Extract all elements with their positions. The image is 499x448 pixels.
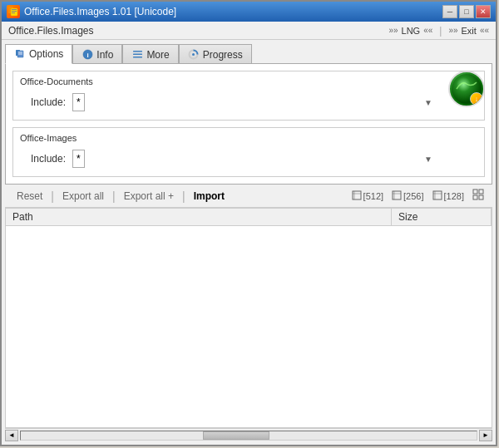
tab-info-label: Info (96, 49, 113, 61)
app-name-label: Office.Files.Images (8, 25, 93, 37)
documents-include-wrapper: * ▼ (72, 93, 434, 111)
svg-rect-12 (133, 54, 142, 56)
sep-1: | (49, 190, 56, 203)
size-128-label: [128] (444, 191, 464, 201)
images-include-wrapper: * ▼ (72, 150, 434, 168)
lng-link[interactable]: LNG (402, 26, 421, 36)
menu-right: »» LNG «« | »» Exit «« (388, 25, 489, 37)
documents-select-arrow: ▼ (424, 98, 432, 107)
reset-button[interactable]: Reset (10, 189, 49, 204)
horizontal-scrollbar: ◄ ► (5, 428, 492, 441)
tab-more-label: More (146, 49, 169, 61)
svg-rect-27 (479, 190, 483, 194)
grid-button[interactable] (469, 187, 487, 204)
toolbar: Reset | Export all | Export all + | Impo… (5, 185, 492, 208)
svg-rect-17 (353, 191, 361, 199)
title-buttons: ─ □ ✕ (442, 5, 491, 18)
tab-bar: Options i Info (5, 43, 492, 63)
content-area: Options i Info (2, 40, 496, 445)
tab-options-label: Options (29, 48, 63, 60)
svg-rect-11 (133, 51, 142, 52)
maximize-button[interactable]: □ (459, 5, 474, 18)
tab-more[interactable]: More (122, 44, 178, 64)
images-section-title: Office-Images (20, 133, 434, 143)
size-512-label: [512] (363, 191, 383, 201)
info-tab-icon: i (82, 49, 93, 61)
svg-point-15 (192, 53, 195, 56)
svg-rect-13 (133, 57, 142, 58)
tab-options[interactable]: Options (5, 44, 72, 64)
size-256-label: [256] (403, 191, 423, 201)
svg-rect-28 (473, 195, 477, 199)
tab-info[interactable]: i Info (72, 44, 122, 64)
sep-3: | (180, 190, 187, 203)
menu-left: Office.Files.Images (8, 25, 93, 37)
lng-arrow-left: »» (388, 26, 398, 35)
size-128-icon (432, 190, 442, 202)
lng-arrow-right: «« (423, 26, 432, 35)
svg-rect-2 (12, 9, 17, 10)
scroll-right-button[interactable]: ► (479, 430, 492, 441)
options-tab-icon (14, 48, 26, 60)
export-all-plus-button[interactable]: Export all + (117, 189, 180, 204)
documents-include-row: Include: * ▼ (20, 93, 434, 111)
window-title: Office.Files.Images 1.01 [Unicode] (24, 6, 176, 17)
size-256-button[interactable]: [256] (388, 189, 427, 204)
images-select-arrow: ▼ (424, 155, 432, 164)
title-bar-left: Office.Files.Images 1.01 [Unicode] (7, 5, 176, 18)
size-512-icon (352, 190, 362, 202)
tab-progress-label: Progress (203, 49, 243, 61)
scrollbar-track[interactable] (20, 431, 477, 441)
svg-rect-4 (12, 12, 15, 13)
size-column-header: Size (392, 209, 492, 225)
menu-bar: Office.Files.Images »» LNG «« | »» Exit … (2, 22, 496, 40)
sep-2: | (111, 190, 117, 203)
svg-rect-20 (393, 191, 401, 199)
images-include-row: Include: * ▼ (20, 150, 434, 168)
svg-rect-26 (473, 190, 477, 194)
scrollbar-thumb[interactable] (203, 431, 269, 440)
minimize-button[interactable]: ─ (442, 5, 457, 18)
svg-rect-29 (479, 195, 483, 199)
exit-arrow-right: «« (480, 26, 489, 35)
table-body (6, 226, 492, 427)
svg-rect-7 (18, 52, 22, 52)
progress-tab-icon (188, 49, 200, 61)
close-button[interactable]: ✕ (476, 5, 491, 18)
svg-rect-8 (18, 53, 22, 54)
toolbar-right: [512] [256] (348, 187, 487, 204)
title-bar: Office.Files.Images 1.01 [Unicode] ─ □ ✕ (2, 2, 496, 22)
main-window: Office.Files.Images 1.01 [Unicode] ─ □ ✕… (0, 0, 497, 446)
more-tab-icon (131, 49, 143, 61)
exit-link[interactable]: Exit (462, 26, 477, 36)
size-256-icon (392, 190, 402, 202)
svg-rect-23 (433, 191, 442, 199)
app-icon (7, 5, 20, 18)
documents-include-label: Include: (20, 96, 66, 108)
documents-section: Office-Documents Include: * ▼ (12, 71, 485, 121)
scroll-left-button[interactable]: ◄ (5, 430, 18, 441)
images-include-select[interactable]: * (72, 150, 85, 168)
export-all-button[interactable]: Export all (56, 189, 111, 204)
exit-arrow-left: »» (448, 26, 457, 35)
options-panel: ↓ Office-Documents Include: * ▼ (5, 63, 492, 185)
path-column-header: Path (6, 209, 392, 225)
svg-text:i: i (86, 52, 88, 59)
images-include-label: Include: (20, 153, 66, 165)
import-button[interactable]: Import (187, 189, 231, 204)
images-section: Office-Images Include: * ▼ (12, 127, 485, 177)
size-128-button[interactable]: [128] (429, 189, 467, 204)
tab-progress[interactable]: Progress (179, 44, 252, 64)
svg-rect-3 (12, 11, 17, 12)
file-table: Path Size (5, 208, 492, 428)
size-512-button[interactable]: [512] (348, 189, 387, 204)
documents-include-select[interactable]: * (72, 93, 85, 111)
table-header: Path Size (6, 209, 492, 226)
documents-section-title: Office-Documents (20, 76, 434, 86)
